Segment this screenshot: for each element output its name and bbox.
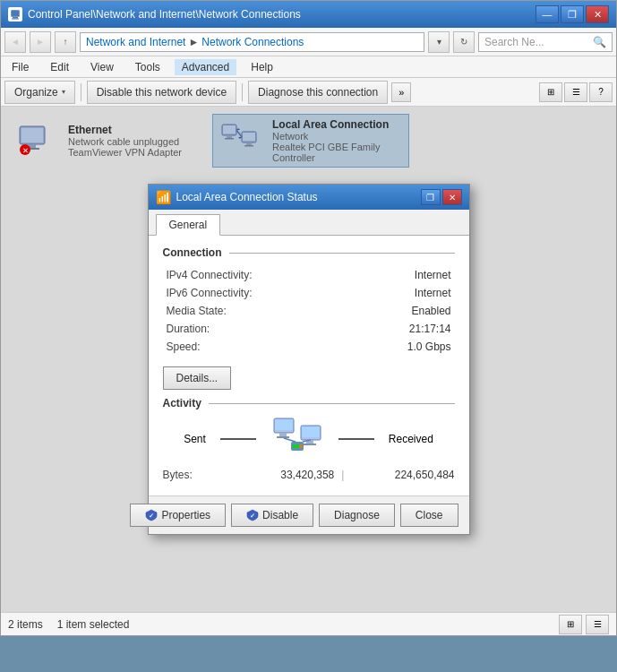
dialog-title: Local Area Connection Status — [176, 191, 421, 203]
disable-device-label: Disable this network device — [97, 86, 227, 99]
dialog-body: Connection IPv4 Connectivity: Internet I… — [149, 236, 469, 495]
diagnose-button[interactable]: Diagnose this connection — [248, 81, 388, 104]
minimize-button[interactable]: — — [536, 5, 559, 23]
search-box[interactable]: Search Ne... 🔍 — [478, 32, 613, 52]
menu-file[interactable]: File — [4, 59, 36, 75]
view-help-button[interactable]: ? — [589, 82, 613, 102]
activity-network-icon — [270, 417, 324, 461]
more-toolbar-button[interactable]: » — [391, 82, 411, 102]
svg-rect-1 — [13, 17, 18, 19]
activity-bytes-row: Bytes: 33,420,358 | 224,650,484 — [163, 469, 455, 481]
address-bar: ◄ ► ↑ Network and Internet ► Network Con… — [1, 28, 616, 56]
recv-bytes: 224,650,484 — [351, 469, 454, 481]
menu-tools[interactable]: Tools — [128, 59, 167, 75]
path-arrow1: ► — [188, 36, 199, 48]
duration-label: Duration: — [163, 320, 295, 338]
disable-shield-icon: ✓ — [246, 509, 259, 521]
path-part2[interactable]: Network Connections — [201, 36, 304, 48]
status-bar-right: ⊞ ☰ — [559, 615, 609, 634]
media-state-label: Media State: — [163, 302, 295, 320]
main-window: Control Panel\Network and Internet\Netwo… — [0, 0, 617, 636]
ipv6-label: IPv6 Connectivity: — [163, 284, 295, 302]
dialog-controls: ❐ ✕ — [421, 189, 462, 205]
dialog-title-icon: 📶 — [156, 190, 171, 204]
activity-label: Activity — [163, 397, 201, 409]
menu-edit[interactable]: Edit — [43, 59, 76, 75]
toolbar-separator-2 — [242, 83, 243, 101]
content-area: ✕ Ethernet Network cable unplugged TeamV… — [1, 107, 616, 612]
sent-label: Sent — [184, 433, 206, 445]
svg-rect-27 — [304, 444, 316, 445]
dialog-close-button[interactable]: ✕ — [442, 189, 462, 205]
status-view-btn1[interactable]: ⊞ — [559, 615, 582, 634]
dropdown-button[interactable]: ▾ — [428, 31, 450, 53]
search-placeholder: Search Ne... — [484, 36, 544, 48]
search-icon: 🔍 — [593, 36, 606, 48]
window-title: Control Panel\Network and Internet\Netwo… — [28, 8, 536, 21]
toolbar-separator-1 — [81, 83, 81, 101]
table-row: Duration: 21:17:14 — [163, 320, 455, 338]
restore-button[interactable]: ❐ — [561, 5, 584, 23]
close-dialog-label: Close — [416, 509, 443, 521]
sent-bytes: 33,420,358 — [231, 469, 334, 481]
dialog-restore-button[interactable]: ❐ — [421, 189, 441, 205]
status-dialog: 📶 Local Area Connection Status ❐ ✕ Gener… — [148, 184, 470, 535]
address-path[interactable]: Network and Internet ► Network Connectio… — [80, 32, 424, 52]
activity-section-header: Activity — [163, 397, 455, 409]
svg-point-31 — [299, 444, 303, 448]
path-part1[interactable]: Network and Internet — [86, 36, 185, 48]
status-bar: 2 items 1 item selected ⊞ ☰ — [1, 612, 616, 635]
details-button[interactable]: Details... — [163, 366, 232, 390]
refresh-button[interactable]: ↻ — [453, 31, 475, 53]
back-button[interactable]: ◄ — [4, 31, 26, 53]
svg-line-32 — [284, 438, 296, 442]
connection-section-header: Connection — [163, 246, 455, 259]
view-preview-button[interactable]: ☰ — [564, 82, 587, 102]
speed-label: Speed: — [163, 338, 295, 356]
window-controls: — ❐ ✕ — [536, 5, 609, 23]
bytes-separator: | — [341, 469, 344, 481]
menu-advanced[interactable]: Advanced — [175, 59, 236, 75]
item-selected: 1 item selected — [57, 618, 130, 631]
properties-label: Properties — [161, 509, 210, 521]
table-row: Speed: 1.0 Gbps — [163, 338, 455, 356]
menu-view[interactable]: View — [83, 59, 121, 75]
table-row: Media State: Enabled — [163, 302, 455, 320]
up-button[interactable]: ↑ — [55, 31, 76, 53]
dialog-title-bar: 📶 Local Area Connection Status ❐ ✕ — [149, 185, 469, 210]
table-row: IPv6 Connectivity: Internet — [163, 284, 455, 302]
close-button[interactable]: ✕ — [586, 5, 609, 23]
organize-button[interactable]: Organize ▾ — [4, 81, 75, 104]
view-change-layout-button[interactable]: ⊞ — [539, 82, 562, 102]
disable-device-button[interactable]: Disable this network device — [87, 81, 236, 104]
svg-text:✓: ✓ — [250, 513, 255, 519]
title-bar: Control Panel\Network and Internet\Netwo… — [1, 1, 616, 28]
shield-icon: ✓ — [145, 509, 158, 521]
speed-value: 1.0 Gbps — [294, 338, 454, 356]
dialog-overlay: 📶 Local Area Connection Status ❐ ✕ Gener… — [1, 107, 616, 612]
diagnose-label: Diagnose this connection — [258, 86, 378, 99]
view-buttons: ⊞ ☰ ? — [539, 82, 613, 102]
ipv6-value: Internet — [294, 284, 454, 302]
svg-rect-22 — [279, 433, 287, 436]
sent-line — [220, 438, 256, 440]
media-state-value: Enabled — [294, 302, 454, 320]
properties-button[interactable]: ✓ Properties — [130, 504, 226, 527]
organize-label: Organize — [14, 86, 58, 99]
menu-bar: File Edit View Tools Advanced Help — [1, 56, 616, 78]
tab-general[interactable]: General — [156, 214, 221, 236]
disable-button[interactable]: ✓ Disable — [231, 504, 313, 527]
ipv4-label: IPv4 Connectivity: — [163, 266, 295, 284]
status-view-btn2[interactable]: ☰ — [586, 615, 609, 634]
menu-help[interactable]: Help — [244, 59, 280, 75]
close-dialog-button[interactable]: Close — [400, 504, 458, 527]
received-label: Received — [389, 433, 433, 445]
svg-rect-23 — [277, 436, 289, 438]
connection-label: Connection — [163, 246, 222, 259]
bytes-label: Bytes: — [163, 469, 232, 481]
svg-rect-0 — [11, 10, 20, 17]
forward-button[interactable]: ► — [30, 31, 51, 53]
recv-line — [338, 438, 374, 440]
diagnose-dialog-button[interactable]: Diagnose — [319, 504, 395, 527]
item-count: 2 items — [8, 618, 43, 631]
